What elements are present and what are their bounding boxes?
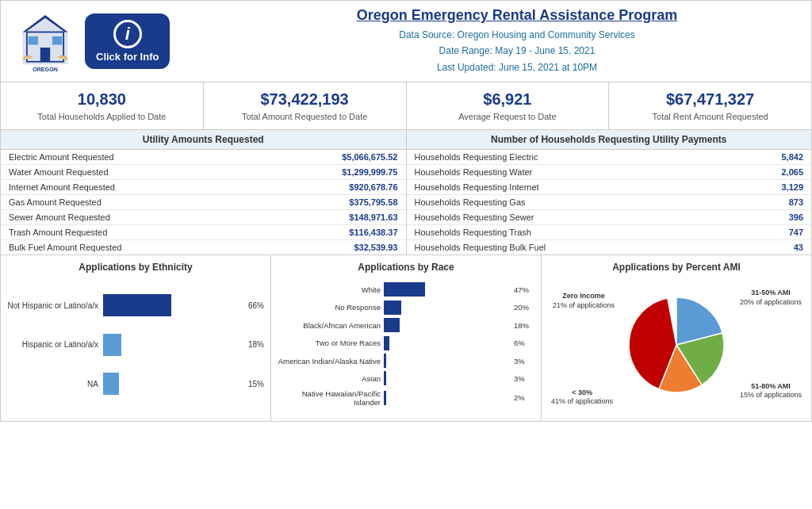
race-bar xyxy=(384,371,386,385)
race-bar-pct: 3% xyxy=(514,374,534,383)
row-label: Trash Amount Requested xyxy=(9,228,107,237)
ethnicity-chart-panel: Applications by Ethnicity Not Hispanic o… xyxy=(1,255,271,421)
race-bar-pct: 2% xyxy=(514,393,534,402)
race-bar xyxy=(384,336,389,350)
row-label: Gas Amount Requested xyxy=(9,197,102,207)
oregon-logo: OREGON Emergency Rental Assistance Progr… xyxy=(13,10,77,73)
row-label: Households Requesting Trash xyxy=(415,228,531,237)
race-chart-panel: Applications by Race White 47% No Respon… xyxy=(271,255,542,421)
tables-section: Utility Amounts Requested Electric Amoun… xyxy=(0,130,812,255)
main-title: Oregon Emergency Rental Assistance Progr… xyxy=(236,7,799,24)
table-row: Gas Amount Requested$375,795.58 xyxy=(1,195,406,210)
row-label: Water Amount Requested xyxy=(9,167,109,177)
race-bar-label: No Response xyxy=(278,303,381,312)
ethnicity-chart-title: Applications by Ethnicity xyxy=(7,262,264,273)
race-bar xyxy=(384,391,386,405)
info-button[interactable]: i Click for Info xyxy=(85,13,170,69)
row-value: $32,539.93 xyxy=(354,243,397,252)
row-label: Households Requesting Sewer xyxy=(415,212,534,222)
info-icon: i xyxy=(113,20,142,48)
stat-value: $73,422,193 xyxy=(210,90,400,109)
race-bar-pct: 20% xyxy=(514,303,534,312)
race-bar-row: Asian 3% xyxy=(278,371,534,385)
race-bar-label: White xyxy=(278,285,381,294)
svg-rect-6 xyxy=(52,36,62,45)
ami-label-0: Zero Income21% of applications xyxy=(553,292,615,310)
utility-amounts-header: Utility Amounts Requested xyxy=(1,130,406,150)
table-row: Households Requesting Bulk Fuel43 xyxy=(407,240,812,254)
race-bar-wrap xyxy=(384,391,508,405)
race-bar-wrap xyxy=(384,336,508,350)
row-value: $116,438.37 xyxy=(349,228,397,237)
table-row: Trash Amount Requested$116,438.37 xyxy=(1,225,406,240)
race-chart-title: Applications by Race xyxy=(278,262,534,273)
row-label: Sewer Amount Requested xyxy=(9,212,110,222)
table-row: Bulk Fuel Amount Requested$32,539.93 xyxy=(1,240,406,254)
ami-chart-title: Applications by Percent AMI xyxy=(548,262,805,273)
race-bar-label: Two or More Races xyxy=(278,339,381,347)
race-bar-label: American Indian/Alaska Native xyxy=(278,357,381,365)
table-row: Households Requesting Sewer396 xyxy=(407,210,812,225)
stat-label: Average Request to Date xyxy=(413,112,603,121)
race-bar-label: Black/African American xyxy=(278,321,381,330)
ethnicity-chart: Not Hispanic or Latino/a/x 66% Hispanic … xyxy=(7,277,264,411)
household-counts-table: Number of Households Requesting Utility … xyxy=(407,130,812,254)
utility-amounts-table: Utility Amounts Requested Electric Amoun… xyxy=(1,130,407,254)
row-value: 2,065 xyxy=(781,167,803,177)
table-row: Households Requesting Internet3,129 xyxy=(407,180,812,195)
row-value: 3,129 xyxy=(781,182,803,192)
row-value: $148,971.63 xyxy=(349,212,397,222)
ethnicity-bar-label: NA xyxy=(7,380,98,388)
row-label: Electric Amount Requested xyxy=(9,152,114,162)
ami-label-3: < 30%41% of applications xyxy=(551,388,613,407)
race-bar-pct: 6% xyxy=(514,339,534,347)
race-bar-row: No Response 20% xyxy=(278,300,534,315)
ethnicity-bar-wrap xyxy=(103,373,240,395)
race-bar xyxy=(384,354,386,368)
row-label: Bulk Fuel Amount Requested xyxy=(9,243,121,252)
stat-box: $73,422,193Total Amount Requested to Dat… xyxy=(204,82,407,129)
ethnicity-bar-wrap xyxy=(103,294,240,316)
stat-box: $67,471,327Total Rent Amount Requested xyxy=(609,82,811,129)
stat-label: Total Amount Requested to Date xyxy=(210,112,400,121)
race-bar-row: Two or More Races 6% xyxy=(278,336,534,350)
ethnicity-bar-label: Not Hispanic or Latino/a/x xyxy=(7,301,98,310)
header: OREGON Emergency Rental Assistance Progr… xyxy=(0,0,812,82)
race-bar-pct: 47% xyxy=(514,285,534,294)
ami-label-2: 51-80% AMI15% of applications xyxy=(740,382,802,400)
table-row: Households Requesting Gas873 xyxy=(407,195,812,210)
row-value: 5,842 xyxy=(781,152,803,162)
row-label: Households Requesting Electric xyxy=(415,152,538,162)
race-bar-row: White 47% xyxy=(278,282,534,297)
row-value: $920,678.76 xyxy=(349,182,397,192)
row-value: 747 xyxy=(789,228,803,237)
ethnicity-bar-row: NA 15% xyxy=(7,373,264,395)
ami-chart-panel: Applications by Percent AMI Zero Income2… xyxy=(542,255,811,421)
race-bar-row: Native Hawaiian/Pacific Islander 2% xyxy=(278,389,534,407)
race-bar xyxy=(384,282,425,297)
race-bar-label: Asian xyxy=(278,374,381,383)
charts-section: Applications by Ethnicity Not Hispanic o… xyxy=(0,255,812,422)
table-row: Water Amount Requested$1,299,999.75 xyxy=(1,165,406,180)
race-bar-row: Black/African American 18% xyxy=(278,318,534,332)
stat-label: Total Households Applied to Date xyxy=(7,112,197,121)
table-row: Households Requesting Water2,065 xyxy=(407,165,812,180)
race-bar-wrap xyxy=(384,354,508,368)
ethnicity-bar xyxy=(103,334,121,356)
ethnicity-bar-pct: 18% xyxy=(248,340,264,349)
ethnicity-bar-row: Hispanic or Latino/a/x 18% xyxy=(7,334,264,356)
row-label: Households Requesting Gas xyxy=(415,197,526,207)
stat-value: $67,471,327 xyxy=(615,90,805,109)
row-value: $375,795.58 xyxy=(349,197,397,207)
row-label: Households Requesting Water xyxy=(415,167,533,177)
race-bar-pct: 3% xyxy=(514,357,534,365)
row-value: 396 xyxy=(789,212,803,222)
logo-area: OREGON Emergency Rental Assistance Progr… xyxy=(13,10,236,73)
stat-label: Total Rent Amount Requested xyxy=(615,112,805,121)
race-bar-wrap xyxy=(384,318,508,332)
table-row: Households Requesting Trash747 xyxy=(407,225,812,240)
ami-pie-svg xyxy=(625,293,728,396)
row-label: Households Requesting Internet xyxy=(415,182,539,192)
info-button-label: Click for Info xyxy=(96,51,159,63)
race-bar-label: Native Hawaiian/Pacific Islander xyxy=(278,389,381,407)
